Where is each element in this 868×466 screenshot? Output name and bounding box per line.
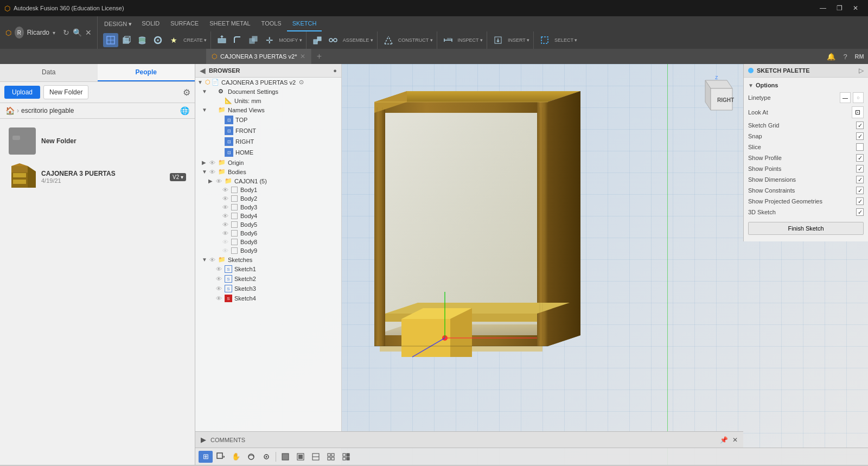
show-points-checkbox[interactable] bbox=[856, 165, 864, 173]
tree-sketches[interactable]: ▼ 👁 📁 Sketches bbox=[195, 255, 341, 264]
tree-eye[interactable]: 👁 bbox=[209, 257, 217, 263]
settings-gear-button[interactable]: ⚙ bbox=[183, 87, 190, 98]
tree-body2[interactable]: 👁 Body2 bbox=[195, 194, 341, 203]
notification-btn[interactable]: 🔔 bbox=[825, 50, 838, 62]
browser-collapse-btn[interactable]: ◀ bbox=[200, 66, 206, 75]
tree-view-front[interactable]: ⊡ FRONT bbox=[195, 125, 341, 136]
tree-named-views[interactable]: ▼ 📁 Named Views bbox=[195, 105, 341, 114]
tree-body6[interactable]: 👁 Body6 bbox=[195, 229, 341, 238]
push-pull-btn[interactable] bbox=[214, 33, 229, 47]
tab-surface[interactable]: SURFACE bbox=[165, 16, 204, 31]
insert-btn[interactable] bbox=[490, 33, 506, 47]
tab-solid[interactable]: SOLID bbox=[136, 16, 165, 31]
tree-body5[interactable]: 👁 Body5 bbox=[195, 220, 341, 229]
tree-units[interactable]: 📐 Units: mm bbox=[195, 96, 341, 105]
tree-eye[interactable]: 👁 bbox=[216, 178, 224, 184]
look-at-button[interactable]: ⊡ bbox=[852, 106, 864, 118]
options-header[interactable]: ▼ Options bbox=[744, 80, 868, 91]
tree-eye[interactable]: 👁 bbox=[209, 169, 217, 175]
document-tab[interactable]: ⬡ CAJONERA 3 PUERTAS v2* ✕ bbox=[206, 49, 311, 64]
finish-sketch-button[interactable]: Finish Sketch bbox=[748, 222, 864, 235]
sketch-create-btn[interactable] bbox=[103, 33, 118, 47]
tree-eye[interactable]: 👁 bbox=[222, 213, 230, 219]
breadcrumb-path[interactable]: escritorio plegable bbox=[21, 107, 74, 114]
tree-body3[interactable]: 👁 Body3 bbox=[195, 203, 341, 212]
tree-eye[interactable]: 👁 bbox=[222, 247, 230, 254]
add-tab-button[interactable]: + bbox=[311, 49, 327, 64]
browser-pin[interactable]: ● bbox=[333, 67, 337, 74]
root-options-icon[interactable]: ⊙ bbox=[299, 79, 304, 86]
viewport[interactable]: ◀ BROWSER ● ▼ ⬡ 📄 CAJONERA 3 PUERTAS v2 … bbox=[195, 64, 868, 465]
help-btn[interactable]: ? bbox=[839, 50, 852, 62]
tab-sketch[interactable]: SKETCH bbox=[287, 16, 322, 31]
tree-bodies[interactable]: ▼ 👁 📁 Bodies bbox=[195, 167, 341, 176]
display-mode-btn[interactable] bbox=[278, 451, 292, 463]
linetype-dashed-btn[interactable]: ○ bbox=[853, 92, 864, 103]
fillet-btn[interactable] bbox=[230, 33, 245, 47]
new-folder-button[interactable]: New Folder bbox=[43, 85, 88, 99]
sidebar-tab-data[interactable]: Data bbox=[0, 64, 98, 81]
create-label[interactable]: CREATE ▾ bbox=[182, 37, 208, 43]
measure-btn[interactable]: mm bbox=[441, 33, 456, 47]
combine-btn[interactable] bbox=[246, 33, 261, 47]
tree-eye[interactable]: 👁 bbox=[216, 276, 224, 282]
tree-sketch2[interactable]: 👁 S Sketch2 bbox=[195, 274, 341, 284]
show-projected-checkbox[interactable] bbox=[856, 197, 864, 205]
slice-checkbox[interactable] bbox=[856, 143, 864, 151]
list-item[interactable]: CAJONERA 3 PUERTAS 4/19/21 V2 ▾ bbox=[4, 159, 190, 195]
tree-view-top[interactable]: ⊡ TOP bbox=[195, 114, 341, 125]
joint-btn[interactable] bbox=[326, 33, 341, 47]
nav-cube[interactable]: RIGHT Z bbox=[694, 75, 738, 118]
modify-label[interactable]: MODIFY ▾ bbox=[277, 37, 303, 43]
tree-doc-settings[interactable]: ▼ ⚙ Document Settings bbox=[195, 87, 341, 96]
restore-button[interactable]: ❐ bbox=[831, 0, 847, 16]
sidebar-tab-people[interactable]: People bbox=[98, 64, 195, 81]
tree-eye[interactable]: 👁 bbox=[222, 204, 230, 210]
construct-btn[interactable] bbox=[381, 33, 396, 47]
show-constraints-checkbox[interactable] bbox=[856, 187, 864, 194]
sketch-grid-checkbox[interactable] bbox=[856, 122, 864, 129]
tree-view-right[interactable]: ⊡ RIGHT bbox=[195, 136, 341, 147]
show-dimensions-checkbox[interactable] bbox=[856, 176, 864, 183]
list-item[interactable]: New Folder bbox=[4, 123, 190, 159]
star-btn[interactable]: ★ bbox=[166, 33, 181, 47]
tree-root[interactable]: ▼ ⬡ 📄 CAJONERA 3 PUERTAS v2 ⊙ bbox=[195, 78, 341, 87]
torus-btn[interactable] bbox=[150, 33, 165, 47]
select-label[interactable]: SELECT ▾ bbox=[553, 37, 579, 43]
profile-btn[interactable]: RM bbox=[853, 50, 866, 62]
3d-box-btn[interactable] bbox=[119, 33, 134, 47]
tree-eye[interactable]: 👁 bbox=[222, 195, 230, 202]
upload-button[interactable]: Upload bbox=[4, 86, 40, 99]
grid-display-btn[interactable] bbox=[324, 451, 338, 463]
tree-origin[interactable]: ▶ 👁 📁 Origin bbox=[195, 158, 341, 167]
tree-sketch1[interactable]: 👁 S Sketch1 bbox=[195, 264, 341, 274]
assemble-btn[interactable] bbox=[310, 33, 325, 47]
move-btn[interactable]: ✛ bbox=[261, 33, 277, 47]
linetype-solid-btn[interactable]: — bbox=[840, 92, 851, 103]
tree-sketch4[interactable]: 👁 S Sketch4 bbox=[195, 293, 341, 303]
select-btn[interactable] bbox=[537, 33, 552, 47]
pan-btn[interactable]: ✋ bbox=[229, 451, 243, 463]
tab-tools[interactable]: TOOLS bbox=[256, 16, 287, 31]
tree-eye[interactable]: 👁 bbox=[216, 295, 224, 302]
refresh-icon[interactable]: ↻ bbox=[63, 28, 69, 37]
palette-pin-button[interactable]: ▷ bbox=[859, 67, 864, 74]
render-btn[interactable] bbox=[293, 451, 308, 463]
grid-select-btn[interactable]: ⊞ bbox=[199, 451, 213, 463]
selection-mode-btn[interactable] bbox=[214, 451, 228, 463]
environment-btn[interactable] bbox=[309, 451, 323, 463]
tree-eye[interactable]: 👁 bbox=[222, 239, 230, 245]
search-icon[interactable]: 🔍 bbox=[73, 28, 82, 37]
tree-eye[interactable]: 👁 bbox=[209, 159, 217, 166]
design-menu[interactable]: DESIGN ▾ bbox=[100, 17, 136, 31]
tree-eye[interactable]: 👁 bbox=[216, 266, 224, 272]
tree-body9[interactable]: 👁 Body9 bbox=[195, 246, 341, 255]
tree-sketch3[interactable]: 👁 S Sketch3 bbox=[195, 284, 341, 293]
minimize-button[interactable]: — bbox=[815, 0, 831, 16]
close-icon[interactable]: ✕ bbox=[85, 28, 92, 37]
tree-body8[interactable]: 👁 Body8 bbox=[195, 238, 341, 246]
construct-label[interactable]: CONSTRUCT ▾ bbox=[397, 37, 435, 43]
globe-button[interactable]: 🌐 bbox=[180, 106, 189, 115]
snap-checkbox[interactable] bbox=[856, 132, 864, 140]
tree-view-home[interactable]: ⊡ HOME bbox=[195, 147, 341, 158]
